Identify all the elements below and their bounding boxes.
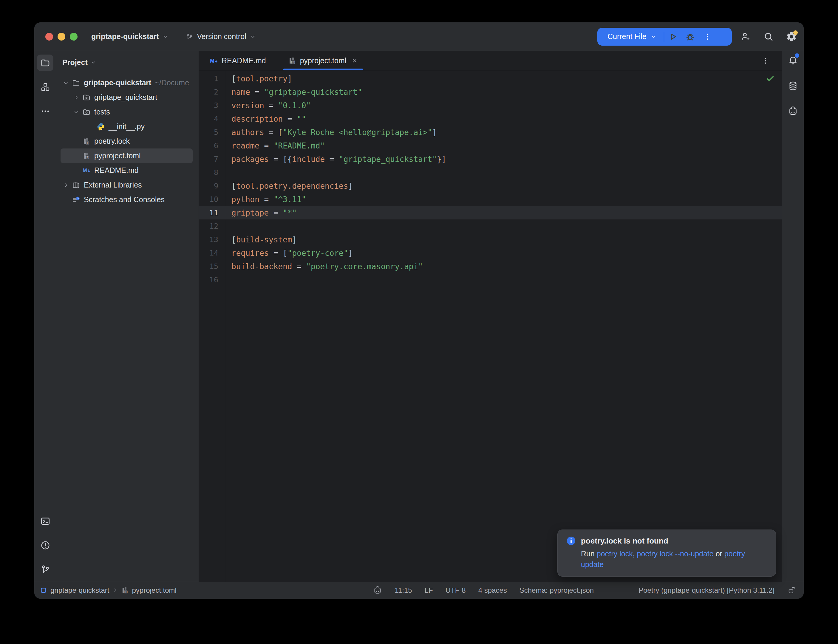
window-controls: [34, 33, 77, 41]
status-item-poetry-griptape-quickstart-python-3-11-2-[interactable]: Poetry (griptape-quickstart) [Python 3.1…: [639, 586, 774, 595]
ai-assistant-status-icon[interactable]: [373, 586, 382, 595]
tree-row-external-libraries[interactable]: External Libraries: [61, 178, 193, 192]
line-number: 6: [199, 141, 218, 150]
chevron-down-icon: [90, 60, 96, 65]
code-line-12[interactable]: 12: [199, 219, 782, 233]
terminal-tool-button[interactable]: [37, 513, 53, 529]
tab-readme-md[interactable]: MREADME.md: [202, 51, 273, 71]
chevron-right-icon[interactable]: [62, 182, 69, 188]
status-item-4-spaces[interactable]: 4 spaces: [478, 586, 507, 595]
ai-assistant-tool-button[interactable]: [785, 103, 801, 119]
status-item-schema[interactable]: Schema: pyproject.json: [519, 586, 594, 595]
tree-row-pyproject-toml[interactable]: [T]pyproject.toml: [61, 148, 193, 163]
run-widget: Current File: [597, 28, 732, 46]
zoom-window-button[interactable]: [70, 33, 77, 41]
tree-row-poetry-lock[interactable]: [T]poetry.lock: [61, 134, 193, 148]
tab-options-kebab-icon[interactable]: [761, 57, 770, 65]
status-item-utf-8[interactable]: UTF-8: [445, 586, 466, 595]
structure-tool-button[interactable]: [37, 79, 53, 95]
line-content: build-backend = "poetry.core.masonry.api…: [218, 262, 423, 271]
tree-row-tests[interactable]: tests: [61, 105, 193, 119]
project-tool-button[interactable]: [37, 54, 53, 71]
close-icon[interactable]: [351, 57, 358, 64]
version-control-tool-button[interactable]: [37, 561, 53, 578]
code-line-8[interactable]: 8: [199, 166, 782, 179]
more-tool-windows-button[interactable]: [37, 103, 53, 119]
code-line-5[interactable]: 5authors = ["Kyle Roche <hello@griptape.…: [199, 125, 782, 139]
code-line-4[interactable]: 4description = "": [199, 112, 782, 125]
project-switcher[interactable]: griptape-quickstart: [91, 32, 168, 41]
settings-button[interactable]: [784, 30, 799, 44]
status-item-lf[interactable]: LF: [425, 586, 433, 595]
tree-row-griptape-quickstart[interactable]: griptape_quickstart: [61, 90, 193, 105]
toml-icon: [T]: [82, 152, 90, 160]
run-config-selector[interactable]: Current File: [608, 32, 647, 41]
code-line-14[interactable]: 14requires = ["poetry-core"]: [199, 246, 782, 260]
code-line-16[interactable]: 16: [199, 273, 782, 286]
more-run-options-button[interactable]: [699, 33, 716, 41]
debug-button[interactable]: [682, 32, 699, 41]
run-button[interactable]: [664, 32, 682, 41]
code-line-1[interactable]: 1[tool.poetry]: [199, 72, 782, 85]
tab-pyproject-toml[interactable]: [T]pyproject.toml: [281, 51, 366, 71]
line-number: 1: [199, 74, 218, 83]
tree-row--init-py[interactable]: __init__.py: [61, 119, 193, 134]
chevron-right-icon[interactable]: [73, 95, 80, 100]
chevron-down-icon[interactable]: [62, 80, 69, 86]
project-name: griptape-quickstart: [91, 32, 159, 41]
code-editor[interactable]: 1[tool.poetry]2name = "griptape-quicksta…: [199, 71, 782, 582]
lock-open-icon[interactable]: [787, 586, 796, 595]
code-line-11[interactable]: 11griptape = "*": [199, 206, 782, 219]
code-line-9[interactable]: 9[tool.poetry.dependencies]: [199, 179, 782, 192]
tree-row-scratches-and-consoles[interactable]: Scratches and Consoles: [61, 192, 193, 207]
toml-file-icon: [T]: [121, 586, 129, 594]
problems-tool-button[interactable]: [37, 537, 53, 554]
status-item-11[interactable]: 11:15: [394, 586, 412, 595]
link-poetry-lock-no-update[interactable]: poetry lock --no-update: [637, 549, 714, 558]
line-number: 4: [199, 115, 218, 123]
tree-item-label: tests: [94, 108, 110, 116]
chevron-down-icon: [162, 34, 168, 39]
link-poetry-lock[interactable]: poetry lock: [597, 549, 633, 558]
project-tree: griptape-quickstart~/Documegriptape_quic…: [56, 76, 199, 207]
svg-text:[T]: [T]: [85, 141, 90, 144]
code-line-6[interactable]: 6readme = "README.md": [199, 139, 782, 152]
add-user-button[interactable]: [738, 30, 753, 44]
line-content: [tool.poetry.dependencies]: [218, 182, 353, 191]
search-everywhere-button[interactable]: [761, 30, 776, 44]
code-line-7[interactable]: 7packages = [{include = "griptape_quicks…: [199, 152, 782, 166]
project-view-header[interactable]: Project: [56, 54, 199, 71]
line-content: packages = [{include = "griptape_quickst…: [218, 155, 446, 164]
notification-title: poetry.lock is not found: [581, 536, 668, 545]
inspections-ok-icon[interactable]: [766, 74, 775, 83]
database-tool-button[interactable]: [785, 77, 801, 94]
notification-body: Run poetry lock, poetry lock --no-update…: [581, 548, 763, 570]
code-line-15[interactable]: 15build-backend = "poetry.core.masonry.a…: [199, 260, 782, 273]
minimize-window-button[interactable]: [58, 33, 65, 41]
code-line-2[interactable]: 2name = "griptape-quickstart": [199, 85, 782, 99]
chevron-down-icon[interactable]: [73, 109, 80, 115]
line-content: requires = ["poetry-core"]: [218, 249, 353, 258]
toml-icon: [T]: [288, 57, 296, 65]
breadcrumb-file[interactable]: pyproject.toml: [132, 586, 176, 595]
tree-row-readme-md[interactable]: MREADME.md: [61, 163, 193, 178]
line-number: 11: [199, 209, 218, 217]
line-number: 12: [199, 222, 218, 230]
vcs-widget[interactable]: Version control: [186, 32, 256, 41]
code-line-3[interactable]: 3version = "0.1.0": [199, 99, 782, 112]
line-number: 5: [199, 128, 218, 136]
notification-popup: poetry.lock is not found Run poetry lock…: [557, 529, 776, 577]
line-content: python = "^3.11": [218, 195, 306, 204]
breadcrumb-project[interactable]: griptape-quickstart: [50, 586, 109, 595]
svg-text:[T]: [T]: [124, 590, 128, 593]
code-line-10[interactable]: 10python = "^3.11": [199, 192, 782, 206]
breadcrumb: griptape-quickstart [T] pyproject.toml: [39, 586, 177, 595]
markdown-icon: M: [82, 166, 90, 175]
close-window-button[interactable]: [45, 33, 53, 41]
line-number: 3: [199, 101, 218, 110]
code-line-13[interactable]: 13[build-system]: [199, 233, 782, 246]
notifications-button[interactable]: [785, 52, 801, 69]
tree-item-label: poetry.lock: [94, 137, 130, 146]
tree-row-griptape-quickstart[interactable]: griptape-quickstart~/Docume: [61, 76, 193, 90]
folder-src-icon: [82, 93, 90, 102]
